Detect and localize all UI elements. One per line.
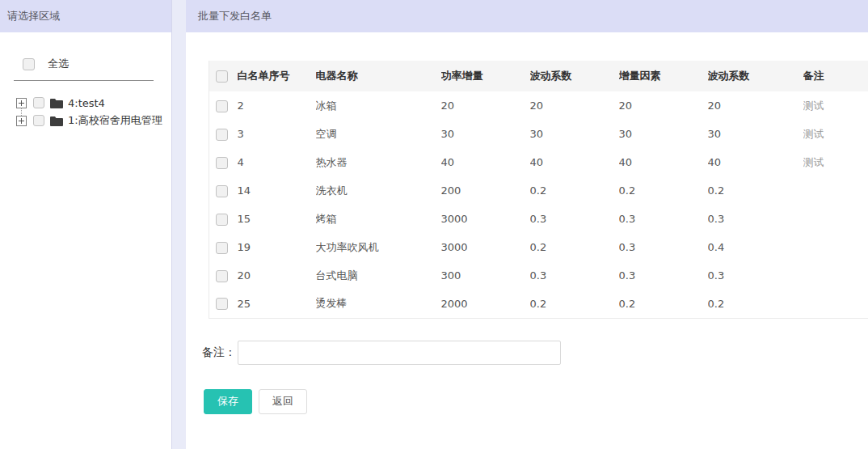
cell-fluct1: 40 [530,148,619,176]
remark-input[interactable] [238,341,561,365]
cell-id: 3 [238,120,316,148]
cell-fluct2: 30 [708,120,803,148]
table-row: 25烫发棒20000.20.20.2 [209,290,868,318]
tree-node: 4:test4 [16,94,171,112]
region-tree: 4:test4 1:高校宿舍用电管理 [16,94,171,129]
save-button[interactable]: 保存 [204,389,252,414]
table-header-row: 白名单序号 电器名称 功率增量 波动系数 增量因素 波动系数 备注 [209,61,868,91]
tree-node-checkbox[interactable] [33,97,44,108]
column-header: 电器名称 [316,61,441,91]
cell-fluct2: 0.2 [708,290,803,318]
cell-inc_factor: 20 [619,91,708,120]
cell-name: 烤箱 [316,205,441,233]
column-header: 波动系数 [708,61,803,91]
remark-row: 备注： [202,341,868,365]
cell-id: 2 [238,91,316,120]
button-row: 保存 返回 [204,389,868,414]
page-title: 批量下发白名单 [186,0,868,32]
select-all-checkbox[interactable] [23,58,35,70]
cell-name: 台式电脑 [316,261,441,290]
cell-name: 热水器 [316,148,441,176]
table-row: 15烤箱30000.30.30.3 [209,205,868,233]
cell-name: 大功率吹风机 [316,233,441,261]
cell-remark: 测试 [803,91,868,120]
cell-remark [803,290,868,318]
cell-power_inc: 20 [441,91,530,120]
cell-remark [803,233,868,261]
table-row: 19大功率吹风机30000.20.30.4 [209,233,868,261]
sidebar-divider [14,80,154,81]
column-header: 波动系数 [530,61,619,91]
cell-fluct1: 0.3 [530,261,619,290]
row-checkbox[interactable] [216,214,228,226]
cell-inc_factor: 30 [619,120,708,148]
cell-power_inc: 40 [441,148,530,176]
cell-inc_factor: 0.3 [619,233,708,261]
cell-name: 洗衣机 [316,176,441,205]
folder-icon [50,98,63,108]
cell-inc_factor: 0.2 [619,176,708,205]
cell-power_inc: 3000 [441,233,530,261]
table-row: 3空调30303030测试 [209,120,868,148]
table-row: 2冰箱20202020测试 [209,91,868,120]
cell-inc_factor: 0.3 [619,205,708,233]
cell-inc_factor: 40 [619,148,708,176]
row-checkbox[interactable] [216,298,228,310]
cell-fluct2: 0.2 [708,176,803,205]
column-header: 功率增量 [441,61,530,91]
cell-fluct1: 0.2 [530,233,619,261]
cell-fluct2: 0.4 [708,233,803,261]
cell-id: 20 [238,261,316,290]
table-row: 14洗衣机2000.20.20.2 [209,176,868,205]
row-checkbox[interactable] [216,185,228,197]
tree-node: 1:高校宿舍用电管理 [16,112,171,129]
cell-fluct2: 40 [708,148,803,176]
cell-fluct1: 0.2 [530,176,619,205]
cell-power_inc: 300 [441,261,530,290]
folder-icon [50,116,63,126]
whitelist-table-wrap: 白名单序号 电器名称 功率增量 波动系数 增量因素 波动系数 备注 2冰箱202… [209,61,868,319]
cell-id: 4 [238,148,316,176]
tree-node-checkbox[interactable] [33,115,44,126]
column-header: 备注 [803,61,868,91]
row-checkbox[interactable] [216,270,228,282]
table-row: 20台式电脑3000.30.30.3 [209,261,868,290]
column-header: 增量因素 [619,61,708,91]
cell-fluct2: 0.3 [708,205,803,233]
select-all-row: 全选 [23,57,171,71]
cell-remark: 测试 [803,148,868,176]
cell-remark [803,205,868,233]
tree-node-label[interactable]: 4:test4 [68,97,105,109]
tree-expand-icon[interactable] [16,98,27,108]
row-checkbox[interactable] [216,100,228,112]
cell-fluct2: 20 [708,91,803,120]
cell-id: 25 [238,290,316,318]
cell-name: 冰箱 [316,91,441,120]
cell-id: 15 [238,205,316,233]
table-body: 2冰箱20202020测试3空调30303030测试4热水器40404040测试… [209,91,868,318]
back-button[interactable]: 返回 [259,389,307,414]
select-all-label: 全选 [48,57,69,71]
region-sidebar: 请选择区域 全选 4:test4 1:高校宿舍用电管理 [0,0,172,449]
sidebar-title: 请选择区域 [0,0,171,32]
cell-remark: 测试 [803,120,868,148]
tree-expand-icon[interactable] [16,116,27,126]
row-checkbox[interactable] [216,129,228,141]
cell-fluct1: 0.3 [530,205,619,233]
table-row: 4热水器40404040测试 [209,148,868,176]
remark-label: 备注： [202,345,236,360]
cell-power_inc: 3000 [441,205,530,233]
row-checkbox[interactable] [216,157,228,169]
cell-fluct1: 30 [530,120,619,148]
select-all-rows-checkbox[interactable] [216,70,228,83]
tree-node-label[interactable]: 1:高校宿舍用电管理 [68,113,162,128]
cell-fluct1: 0.2 [530,290,619,318]
cell-name: 烫发棒 [316,290,441,318]
cell-id: 14 [238,176,316,205]
cell-remark [803,176,868,205]
cell-remark [803,261,868,290]
row-checkbox[interactable] [216,242,228,254]
cell-id: 19 [238,233,316,261]
cell-power_inc: 2000 [441,290,530,318]
cell-inc_factor: 0.2 [619,290,708,318]
